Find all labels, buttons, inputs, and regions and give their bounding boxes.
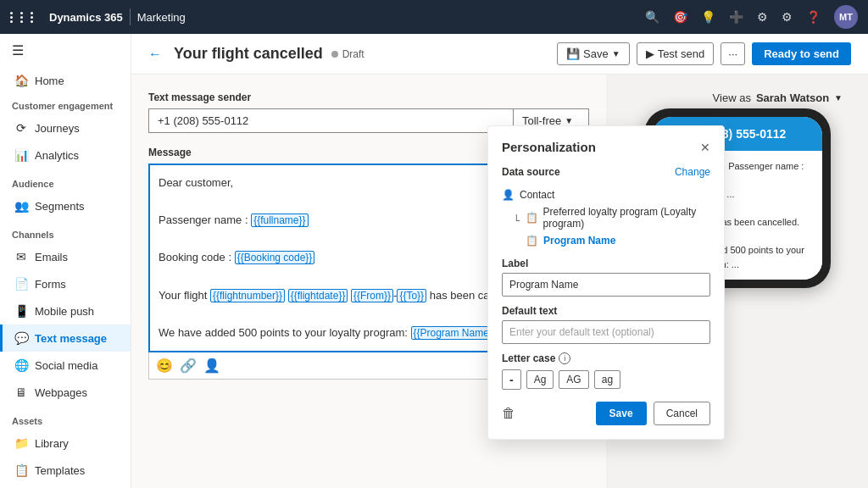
test-send-button[interactable]: ▶ Test send xyxy=(637,42,715,65)
forms-icon: 📄 xyxy=(14,277,28,291)
header-actions: 💾 Save ▼ ▶ Test send ··· Ready to send xyxy=(557,42,851,65)
sidebar-item-label: Home xyxy=(35,75,64,87)
to-token[interactable]: {{To}} xyxy=(397,289,426,302)
sidebar-section-title-audience: Audience xyxy=(0,172,131,192)
journeys-icon: ⟳ xyxy=(14,121,28,135)
sidebar-item-label: Text message xyxy=(35,332,107,345)
ready-to-send-button[interactable]: Ready to send xyxy=(752,42,851,65)
sidebar-item-templates[interactable]: 📋 Templates xyxy=(0,457,131,484)
content-header: ← Your flight cancelled Draft 💾 Save ▼ ▶… xyxy=(131,34,868,75)
phone-input[interactable] xyxy=(148,108,513,133)
view-as-label: View as xyxy=(713,92,751,104)
emoji-icon[interactable]: 😊 xyxy=(156,358,173,374)
hamburger-icon[interactable]: ☰ xyxy=(0,34,131,67)
case-dash-button[interactable]: - xyxy=(502,369,521,390)
sidebar-item-label: Social media xyxy=(35,359,97,372)
from-token[interactable]: {{From}} xyxy=(351,289,393,302)
segments-icon: 👥 xyxy=(14,199,28,213)
brand-name: Dynamics 365 xyxy=(49,11,123,24)
case-ag-lower-button[interactable]: ag xyxy=(594,370,620,389)
sidebar-section-customer-engagement: Customer engagement ⟳ Journeys 📊 Analyti… xyxy=(0,94,131,169)
app-grid-icon[interactable] xyxy=(10,12,39,23)
bulb-icon[interactable]: 💡 xyxy=(701,10,715,24)
change-link[interactable]: Change xyxy=(675,166,710,178)
view-as-chevron-icon[interactable]: ▼ xyxy=(834,93,843,103)
case-ag-button[interactable]: Ag xyxy=(526,370,554,389)
sidebar-item-label: Forms xyxy=(35,278,66,291)
default-text-input[interactable] xyxy=(502,320,710,344)
settings-icon[interactable]: ⚙ xyxy=(782,10,793,24)
sidebar-item-label: Segments xyxy=(35,200,85,213)
link-icon[interactable]: 🔗 xyxy=(180,358,197,374)
panel-cancel-button[interactable]: Cancel xyxy=(654,402,710,425)
sidebar: ☰ 🏠 Home Customer engagement ⟳ Journeys … xyxy=(0,34,131,488)
avatar[interactable]: MT xyxy=(834,5,858,29)
sidebar-section-title-customer-engagement: Customer engagement xyxy=(0,94,131,114)
panel-footer: 🗑 Save Cancel xyxy=(502,402,710,425)
program-name-token[interactable]: {{Program Name}} xyxy=(411,326,498,340)
delete-button[interactable]: 🗑 xyxy=(502,406,515,421)
tree-programname-label: Program Name xyxy=(543,235,615,247)
sidebar-item-home[interactable]: 🏠 Home xyxy=(0,67,131,94)
sidebar-item-forms[interactable]: 📄 Forms xyxy=(0,270,131,297)
emails-icon: ✉ xyxy=(14,250,28,263)
tree-item-programname[interactable]: 📋 Program Name xyxy=(526,232,710,249)
tree-indent-programname: 📋 Program Name xyxy=(502,232,710,249)
draft-badge: Draft xyxy=(331,48,364,60)
sidebar-item-textmessage[interactable]: 💬 Text message xyxy=(0,324,131,352)
sidebar-item-analytics[interactable]: 📊 Analytics xyxy=(0,141,131,169)
loyalty-icon: 📋 xyxy=(526,212,538,224)
sidebar-item-library[interactable]: 📁 Library xyxy=(0,430,131,457)
sidebar-section-title-assets: Assets xyxy=(0,409,131,430)
plus-icon[interactable]: ➕ xyxy=(729,10,743,24)
sidebar-section-audience: Audience 👥 Segments xyxy=(0,172,131,219)
sidebar-item-mobilepush[interactable]: 📱 Mobile push xyxy=(0,297,131,324)
case-AG-button[interactable]: AG xyxy=(559,370,588,389)
footer-right-buttons: Save Cancel xyxy=(596,402,710,425)
textmessage-icon: 💬 xyxy=(14,331,28,345)
info-icon[interactable]: i xyxy=(559,352,570,364)
sidebar-item-emails[interactable]: ✉ Emails xyxy=(0,243,131,270)
back-button[interactable]: ← xyxy=(148,47,162,62)
fullname-token[interactable]: {{fullname}} xyxy=(251,214,308,227)
top-nav: Dynamics 365 Marketing 🔍 🎯 💡 ➕ ⚙ ⚙ ❓ MT xyxy=(0,0,868,34)
flightnumber-token[interactable]: {{flightnumber}} xyxy=(210,289,285,302)
flightdate-token[interactable]: {{flightdate}} xyxy=(288,289,348,302)
panel-title: Personalization xyxy=(502,140,596,154)
panel-save-button[interactable]: Save xyxy=(596,402,647,425)
tree-contact-label: Contact xyxy=(520,189,554,201)
tree-indent-loyalty: L 📋 Preferred loyalty program (Loyalty p… xyxy=(502,203,710,232)
target-icon[interactable]: 🎯 xyxy=(673,10,687,24)
sidebar-item-redirecturls[interactable]: 🔗 Redirect URLs xyxy=(0,484,131,488)
analytics-icon: 📊 xyxy=(14,148,28,162)
view-as-name: Sarah Watson xyxy=(756,92,829,104)
nav-separator xyxy=(130,8,131,25)
sidebar-item-label: Mobile push xyxy=(35,305,94,318)
sidebar-item-label: Emails xyxy=(35,251,68,263)
sidebar-item-label: Webpages xyxy=(35,386,87,399)
templates-icon: 📋 xyxy=(14,463,28,477)
sidebar-section-channels: Channels ✉ Emails 📄 Forms 📱 Mobile push … xyxy=(0,223,131,406)
sidebar-item-webpages[interactable]: 🖥 Webpages xyxy=(0,379,131,406)
sidebar-item-label: Templates xyxy=(35,464,85,477)
sidebar-section-assets: Assets 📁 Library 📋 Templates 🔗 Redirect … xyxy=(0,409,131,488)
sidebar-item-segments[interactable]: 👥 Segments xyxy=(0,192,131,219)
home-icon: 🏠 xyxy=(14,74,28,87)
more-button[interactable]: ··· xyxy=(721,42,745,65)
brand: Dynamics 365 Marketing xyxy=(49,8,186,25)
sidebar-item-journeys[interactable]: ⟳ Journeys xyxy=(0,114,131,141)
personalization-icon[interactable]: 👤 xyxy=(203,358,220,374)
label-field-label: Label xyxy=(502,258,710,269)
draft-dot xyxy=(331,51,338,58)
sidebar-item-socialmedia[interactable]: 🌐 Social media xyxy=(0,352,131,379)
label-input[interactable] xyxy=(502,273,710,297)
help-icon[interactable]: ❓ xyxy=(806,10,821,24)
search-icon[interactable]: 🔍 xyxy=(645,10,659,24)
personalization-panel: Personalization ✕ Data source Change 👤 C… xyxy=(487,125,725,440)
panel-close-button[interactable]: ✕ xyxy=(700,141,710,154)
filter-icon[interactable]: ⚙ xyxy=(757,10,768,24)
sidebar-section-title-channels: Channels xyxy=(0,223,131,243)
tree-expand-icon: L xyxy=(515,214,520,223)
booking-code-token[interactable]: {{Booking code}} xyxy=(235,251,315,264)
save-button[interactable]: 💾 Save ▼ xyxy=(557,42,630,65)
